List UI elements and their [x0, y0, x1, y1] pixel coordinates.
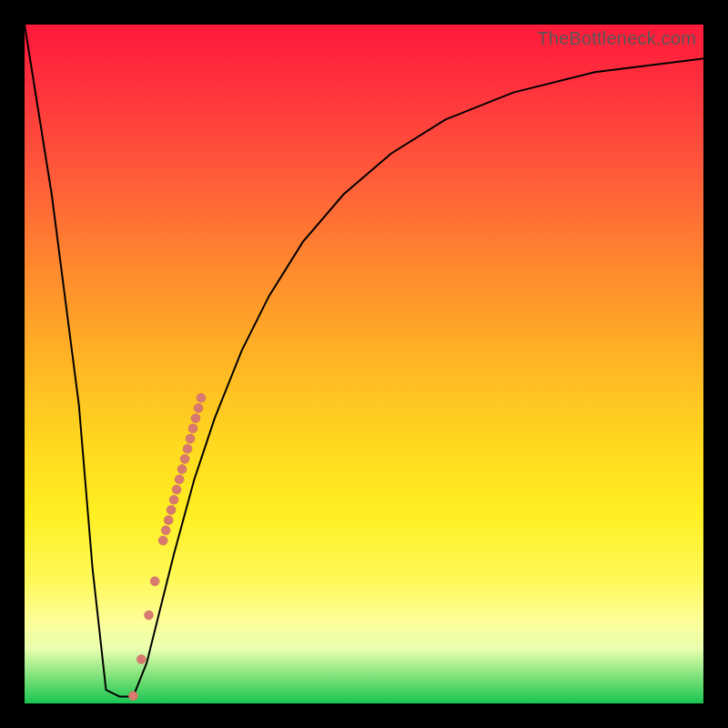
curve-markers [128, 393, 206, 701]
curve-marker [128, 692, 137, 701]
curve-marker [177, 465, 187, 474]
curve-marker [197, 393, 206, 402]
chart-frame: TheBottleneck.com [0, 0, 728, 728]
curve-marker [172, 485, 181, 494]
curve-marker [194, 404, 203, 413]
curve-marker [161, 526, 170, 535]
curve-marker [145, 611, 154, 620]
curve-marker [158, 536, 167, 545]
curve-marker [164, 516, 173, 525]
curve-marker [180, 454, 189, 463]
curve-marker [150, 577, 159, 586]
curve-marker [169, 495, 178, 504]
curve-marker [136, 655, 146, 664]
curve-marker [191, 414, 200, 423]
plot-area: TheBottleneck.com [25, 25, 703, 703]
curve-marker [167, 505, 176, 514]
curve-svg [25, 25, 703, 703]
curve-marker [186, 434, 195, 443]
curve-marker [183, 444, 192, 453]
curve-marker [188, 424, 197, 433]
bottleneck-curve [25, 25, 703, 697]
curve-marker [175, 475, 184, 484]
